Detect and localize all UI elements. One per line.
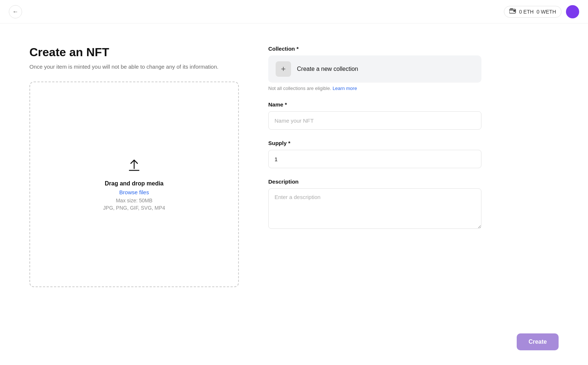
right-column: Collection * + Create a new collection N… xyxy=(268,46,481,287)
weth-balance: 0 WETH xyxy=(537,9,556,15)
supply-label: Supply * xyxy=(268,140,481,146)
page-title: Create an NFT xyxy=(29,46,239,59)
supply-input[interactable] xyxy=(268,150,481,168)
learn-more-link[interactable]: Learn more xyxy=(333,86,357,91)
new-collection-label: Create a new collection xyxy=(297,66,358,72)
upload-icon xyxy=(127,158,141,174)
collection-selector[interactable]: + Create a new collection xyxy=(268,55,481,83)
browse-files-link[interactable]: Browse files xyxy=(119,189,149,195)
new-collection-icon: + xyxy=(276,61,291,77)
back-button[interactable]: ← xyxy=(9,5,22,18)
drag-drop-text: Drag and drop media xyxy=(105,180,164,187)
eth-balance: 0 ETH xyxy=(519,9,534,15)
max-size-text: Max size: 50MB xyxy=(116,198,153,203)
main-content: Create an NFT Once your item is minted y… xyxy=(0,24,588,317)
description-input[interactable] xyxy=(268,188,481,229)
supply-section: Supply * xyxy=(268,140,481,168)
avatar[interactable] xyxy=(566,5,579,18)
left-column: Create an NFT Once your item is minted y… xyxy=(29,46,239,287)
formats-text: JPG, PNG, GIF, SVG, MP4 xyxy=(103,205,165,211)
name-label: Name * xyxy=(268,101,481,108)
collection-label: Collection * xyxy=(268,46,481,52)
create-button[interactable]: Create xyxy=(517,333,559,350)
svg-rect-3 xyxy=(510,8,513,10)
wallet-icon xyxy=(509,8,516,15)
wallet-info: 0 ETH 0 WETH xyxy=(504,6,562,18)
page-subtitle: Once your item is minted you will not be… xyxy=(29,64,239,70)
description-section: Description xyxy=(268,178,481,230)
name-section: Name * xyxy=(268,101,481,130)
back-icon: ← xyxy=(12,8,18,15)
collection-section: Collection * + Create a new collection N… xyxy=(268,46,481,91)
collection-note: Not all collections are eligible. Learn … xyxy=(268,86,481,91)
header-right: 0 ETH 0 WETH xyxy=(504,5,579,18)
description-label: Description xyxy=(268,178,481,185)
upload-area[interactable]: Drag and drop media Browse files Max siz… xyxy=(29,82,239,287)
header: ← 0 ETH 0 WETH xyxy=(0,0,588,24)
name-input[interactable] xyxy=(268,111,481,130)
